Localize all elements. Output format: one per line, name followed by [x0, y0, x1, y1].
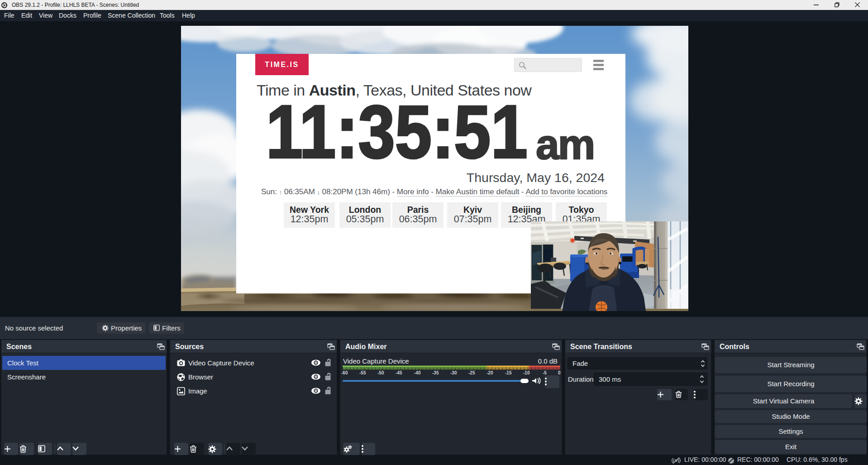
svg-text:-35: -35	[432, 370, 439, 375]
svg-text:-25: -25	[468, 370, 475, 375]
svg-text:-45: -45	[396, 370, 402, 375]
svg-text:-60: -60	[341, 370, 348, 375]
svg-text:-15: -15	[505, 370, 512, 375]
svg-text:-40: -40	[414, 370, 421, 375]
svg-text:-55: -55	[359, 370, 366, 375]
svg-text:-20: -20	[486, 370, 493, 375]
svg-text:-50: -50	[377, 370, 384, 375]
svg-text:0: 0	[558, 370, 561, 375]
svg-text:-30: -30	[450, 370, 457, 375]
svg-text:-10: -10	[523, 370, 530, 375]
svg-text:-5: -5	[543, 370, 547, 375]
